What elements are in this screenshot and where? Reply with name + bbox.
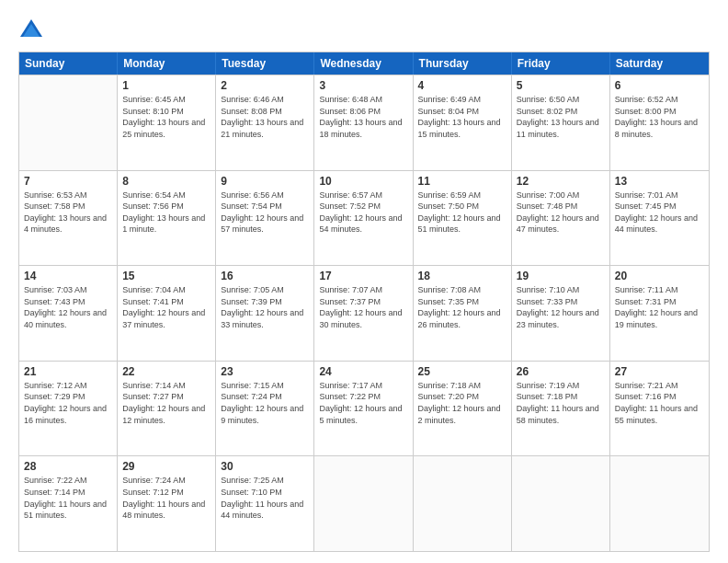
cell-info: Sunrise: 7:19 AMSunset: 7:18 PMDaylight:… <box>517 380 605 426</box>
cell-info: Sunrise: 6:49 AMSunset: 8:04 PMDaylight:… <box>418 94 506 140</box>
calendar-cell <box>314 456 413 551</box>
cell-info: Sunrise: 7:14 AMSunset: 7:27 PMDaylight:… <box>122 380 210 426</box>
cell-info: Sunrise: 7:00 AMSunset: 7:48 PMDaylight:… <box>517 190 605 236</box>
calendar-cell: 28Sunrise: 7:22 AMSunset: 7:14 PMDayligh… <box>19 456 118 551</box>
calendar-header: SundayMondayTuesdayWednesdayThursdayFrid… <box>19 52 709 75</box>
cell-day-number: 18 <box>418 270 506 282</box>
cell-day-number: 1 <box>122 79 210 92</box>
cell-day-number: 25 <box>418 365 506 378</box>
cell-info: Sunrise: 7:03 AMSunset: 7:43 PMDaylight:… <box>24 284 112 330</box>
weekday-header: Monday <box>118 52 216 75</box>
cell-day-number: 21 <box>24 365 112 378</box>
cell-day-number: 9 <box>221 175 309 188</box>
cell-info: Sunrise: 6:59 AMSunset: 7:50 PMDaylight:… <box>418 190 506 236</box>
calendar-cell: 29Sunrise: 7:24 AMSunset: 7:12 PMDayligh… <box>118 456 216 551</box>
cell-info: Sunrise: 6:48 AMSunset: 8:06 PMDaylight:… <box>319 94 407 140</box>
cell-info: Sunrise: 6:50 AMSunset: 8:02 PMDaylight:… <box>517 94 605 140</box>
cell-day-number: 17 <box>319 270 407 282</box>
cell-day-number: 6 <box>615 79 704 92</box>
weekday-header: Saturday <box>610 52 709 75</box>
cell-info: Sunrise: 7:25 AMSunset: 7:10 PMDaylight:… <box>221 475 309 521</box>
calendar-cell <box>512 456 610 551</box>
weekday-header: Sunday <box>19 52 118 75</box>
cell-info: Sunrise: 6:45 AMSunset: 8:10 PMDaylight:… <box>122 94 210 140</box>
calendar-cell <box>610 456 709 551</box>
calendar-cell: 22Sunrise: 7:14 AMSunset: 7:27 PMDayligh… <box>118 362 216 456</box>
cell-info: Sunrise: 7:24 AMSunset: 7:12 PMDaylight:… <box>122 475 210 521</box>
cell-info: Sunrise: 7:08 AMSunset: 7:35 PMDaylight:… <box>418 284 506 330</box>
calendar-cell: 14Sunrise: 7:03 AMSunset: 7:43 PMDayligh… <box>19 266 118 361</box>
calendar-cell: 7Sunrise: 6:53 AMSunset: 7:58 PMDaylight… <box>19 171 118 266</box>
cell-info: Sunrise: 7:10 AMSunset: 7:33 PMDaylight:… <box>517 284 605 330</box>
header <box>18 17 710 42</box>
calendar-cell: 10Sunrise: 6:57 AMSunset: 7:52 PMDayligh… <box>314 171 413 266</box>
weekday-header: Tuesday <box>216 52 314 75</box>
weekday-header: Thursday <box>414 52 512 75</box>
calendar-body: 1Sunrise: 6:45 AMSunset: 8:10 PMDaylight… <box>19 75 709 551</box>
calendar-cell: 20Sunrise: 7:11 AMSunset: 7:31 PMDayligh… <box>610 266 709 361</box>
cell-day-number: 23 <box>221 365 309 378</box>
cell-day-number: 16 <box>221 270 309 282</box>
cell-day-number: 5 <box>517 79 605 92</box>
cell-day-number: 14 <box>24 270 112 282</box>
calendar-row: 28Sunrise: 7:22 AMSunset: 7:14 PMDayligh… <box>19 455 709 551</box>
logo <box>18 17 48 42</box>
cell-day-number: 27 <box>615 365 704 378</box>
calendar-cell: 8Sunrise: 6:54 AMSunset: 7:56 PMDaylight… <box>118 171 216 266</box>
cell-day-number: 19 <box>517 270 605 282</box>
cell-day-number: 29 <box>122 460 210 473</box>
calendar-cell: 24Sunrise: 7:17 AMSunset: 7:22 PMDayligh… <box>314 362 413 456</box>
cell-day-number: 22 <box>122 365 210 378</box>
cell-day-number: 11 <box>418 175 506 188</box>
cell-info: Sunrise: 7:07 AMSunset: 7:37 PMDaylight:… <box>319 284 407 330</box>
calendar-cell: 1Sunrise: 6:45 AMSunset: 8:10 PMDaylight… <box>118 75 216 170</box>
calendar-cell: 30Sunrise: 7:25 AMSunset: 7:10 PMDayligh… <box>216 456 314 551</box>
calendar-cell: 26Sunrise: 7:19 AMSunset: 7:18 PMDayligh… <box>512 362 610 456</box>
cell-info: Sunrise: 7:17 AMSunset: 7:22 PMDaylight:… <box>319 380 407 426</box>
calendar-row: 1Sunrise: 6:45 AMSunset: 8:10 PMDaylight… <box>19 75 709 170</box>
cell-info: Sunrise: 6:53 AMSunset: 7:58 PMDaylight:… <box>24 190 112 236</box>
cell-day-number: 30 <box>221 460 309 473</box>
calendar-cell: 9Sunrise: 6:56 AMSunset: 7:54 PMDaylight… <box>216 171 314 266</box>
calendar: SundayMondayTuesdayWednesdayThursdayFrid… <box>18 52 710 552</box>
cell-day-number: 12 <box>517 175 605 188</box>
calendar-cell: 4Sunrise: 6:49 AMSunset: 8:04 PMDaylight… <box>414 75 512 170</box>
cell-day-number: 3 <box>319 79 407 92</box>
cell-info: Sunrise: 7:05 AMSunset: 7:39 PMDaylight:… <box>221 284 309 330</box>
calendar-row: 7Sunrise: 6:53 AMSunset: 7:58 PMDaylight… <box>19 170 709 266</box>
cell-day-number: 24 <box>319 365 407 378</box>
cell-info: Sunrise: 7:15 AMSunset: 7:24 PMDaylight:… <box>221 380 309 426</box>
calendar-cell: 2Sunrise: 6:46 AMSunset: 8:08 PMDaylight… <box>216 75 314 170</box>
cell-info: Sunrise: 6:54 AMSunset: 7:56 PMDaylight:… <box>122 190 210 236</box>
calendar-row: 14Sunrise: 7:03 AMSunset: 7:43 PMDayligh… <box>19 265 709 361</box>
cell-info: Sunrise: 7:11 AMSunset: 7:31 PMDaylight:… <box>615 284 704 330</box>
cell-day-number: 15 <box>122 270 210 282</box>
calendar-row: 21Sunrise: 7:12 AMSunset: 7:29 PMDayligh… <box>19 361 709 456</box>
calendar-cell: 12Sunrise: 7:00 AMSunset: 7:48 PMDayligh… <box>512 171 610 266</box>
cell-day-number: 7 <box>24 175 112 188</box>
calendar-cell: 5Sunrise: 6:50 AMSunset: 8:02 PMDaylight… <box>512 75 610 170</box>
calendar-cell: 13Sunrise: 7:01 AMSunset: 7:45 PMDayligh… <box>610 171 709 266</box>
cell-info: Sunrise: 7:18 AMSunset: 7:20 PMDaylight:… <box>418 380 506 426</box>
calendar-cell: 17Sunrise: 7:07 AMSunset: 7:37 PMDayligh… <box>314 266 413 361</box>
calendar-cell: 23Sunrise: 7:15 AMSunset: 7:24 PMDayligh… <box>216 362 314 456</box>
calendar-cell: 21Sunrise: 7:12 AMSunset: 7:29 PMDayligh… <box>19 362 118 456</box>
calendar-cell: 19Sunrise: 7:10 AMSunset: 7:33 PMDayligh… <box>512 266 610 361</box>
cell-info: Sunrise: 7:04 AMSunset: 7:41 PMDaylight:… <box>122 284 210 330</box>
cell-info: Sunrise: 6:52 AMSunset: 8:00 PMDaylight:… <box>615 94 704 140</box>
calendar-cell: 25Sunrise: 7:18 AMSunset: 7:20 PMDayligh… <box>414 362 512 456</box>
weekday-header: Friday <box>512 52 610 75</box>
cell-info: Sunrise: 7:21 AMSunset: 7:16 PMDaylight:… <box>615 380 704 426</box>
cell-info: Sunrise: 7:01 AMSunset: 7:45 PMDaylight:… <box>615 190 704 236</box>
cell-day-number: 26 <box>517 365 605 378</box>
cell-day-number: 8 <box>122 175 210 188</box>
cell-day-number: 13 <box>615 175 704 188</box>
calendar-cell: 16Sunrise: 7:05 AMSunset: 7:39 PMDayligh… <box>216 266 314 361</box>
calendar-cell: 15Sunrise: 7:04 AMSunset: 7:41 PMDayligh… <box>118 266 216 361</box>
cell-info: Sunrise: 6:57 AMSunset: 7:52 PMDaylight:… <box>319 190 407 236</box>
cell-info: Sunrise: 7:22 AMSunset: 7:14 PMDaylight:… <box>24 475 112 521</box>
cell-day-number: 20 <box>615 270 704 282</box>
cell-day-number: 4 <box>418 79 506 92</box>
cell-day-number: 28 <box>24 460 112 473</box>
cell-day-number: 10 <box>319 175 407 188</box>
